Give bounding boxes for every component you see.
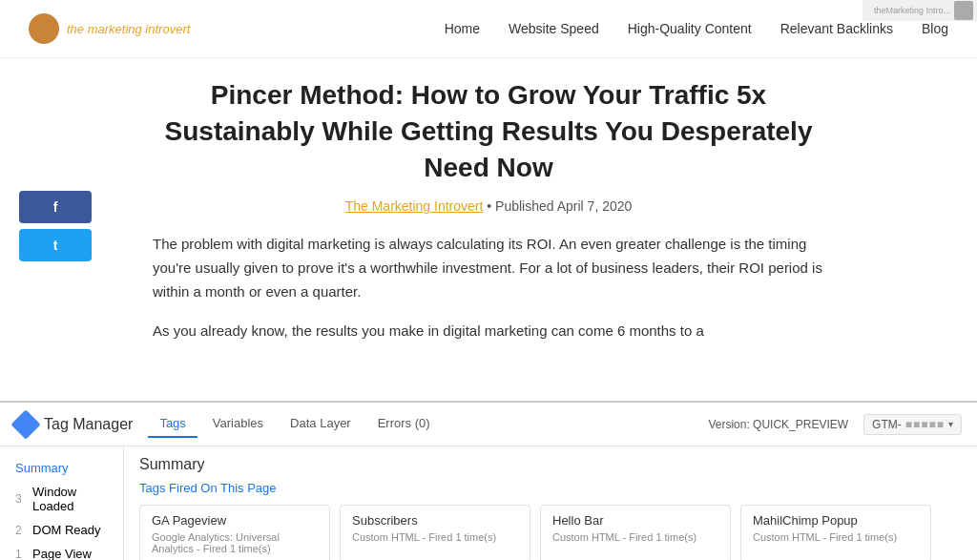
- site-logo: the marketing introvert: [29, 13, 190, 44]
- article-title: Pincer Method: How to Grow Your Traffic …: [153, 77, 824, 185]
- tab-errors[interactable]: Errors (0): [366, 410, 442, 438]
- article-meta: The Marketing Introvert • Published Apri…: [153, 198, 824, 214]
- sidebar-number-3: 3: [15, 492, 25, 506]
- nav-home[interactable]: Home: [445, 21, 480, 36]
- sidebar-label-window-loaded: Window Loaded: [32, 485, 108, 513]
- tag-card-desc-ga: Google Analytics: Universal Analytics - …: [152, 531, 318, 554]
- tab-variables[interactable]: Variables: [201, 410, 275, 438]
- gtm-panel: Tag Manager Tags Variables Data Layer Er…: [0, 401, 977, 560]
- author-link[interactable]: The Marketing Introvert: [345, 198, 484, 214]
- nav-high-quality-content[interactable]: High-Quality Content: [628, 21, 752, 36]
- logo-text: the marketing introvert: [67, 22, 190, 36]
- gtm-logo: Tag Manager: [15, 414, 133, 435]
- facebook-share-button[interactable]: f: [19, 191, 92, 223]
- sidebar-item-window-loaded[interactable]: 3 Window Loaded: [0, 480, 123, 518]
- publish-date: Published April 7, 2020: [495, 198, 632, 214]
- fired-tags-heading: Tags Fired On This Page: [139, 481, 962, 495]
- gtm-version-label: Version: QUICK_PREVIEW: [708, 418, 848, 431]
- sidebar-label-dom-ready: DOM Ready: [32, 523, 101, 537]
- svg-point-0: [37, 18, 51, 31]
- tag-card-name-subscribers: Subscribers: [352, 513, 518, 528]
- tag-card-name-hello-bar: Hello Bar: [552, 513, 718, 528]
- tag-card-hello-bar[interactable]: Hello Bar Custom HTML - Fired 1 time(s): [540, 505, 731, 560]
- sidebar-label-page-view: Page View: [32, 547, 92, 560]
- gtm-tabs: Tags Variables Data Layer Errors (0): [148, 410, 693, 438]
- article-paragraph-1: The problem with digital marketing is al…: [153, 233, 824, 303]
- logo-avatar: [29, 13, 59, 44]
- article-content: Pincer Method: How to Grow Your Traffic …: [0, 58, 977, 377]
- gtm-body: Summary 3 Window Loaded 2 DOM Ready 1 Pa…: [0, 446, 977, 560]
- tab-tags[interactable]: Tags: [148, 410, 197, 438]
- gtm-id-text: GTM-: [872, 418, 902, 431]
- tag-card-desc-hello-bar: Custom HTML - Fired 1 time(s): [552, 531, 718, 543]
- gtm-header: Tag Manager Tags Variables Data Layer Er…: [0, 403, 977, 446]
- tag-card-name-mailchimp: MahilChimp Popup: [753, 513, 919, 528]
- top-right-thumbnail: [954, 1, 973, 20]
- tab-data-layer[interactable]: Data Layer: [279, 410, 363, 438]
- tag-card-name-ga: GA Pageview: [152, 513, 318, 528]
- sidebar-item-dom-ready[interactable]: 2 DOM Ready: [0, 518, 123, 542]
- sidebar-item-page-view[interactable]: 1 Page View: [0, 542, 123, 560]
- gtm-sidebar: Summary 3 Window Loaded 2 DOM Ready 1 Pa…: [0, 446, 124, 560]
- twitter-icon: t: [53, 238, 58, 253]
- tag-card-subscribers[interactable]: Subscribers Custom HTML - Fired 1 time(s…: [340, 505, 530, 560]
- gtm-id-box: GTM- ■■■■■ ▾: [863, 414, 962, 435]
- site-nav: the marketing introvert Home Website Spe…: [0, 0, 977, 58]
- chevron-down-icon[interactable]: ▾: [948, 419, 953, 429]
- social-share-buttons: f t: [19, 191, 92, 261]
- sidebar-summary-label: Summary: [15, 461, 69, 475]
- gtm-diamond-icon: [10, 409, 40, 439]
- gtm-main-content: Summary Tags Fired On This Page GA Pagev…: [124, 446, 977, 560]
- nav-links: Home Website Speed High-Quality Content …: [445, 21, 948, 36]
- meta-separator: •: [483, 198, 495, 214]
- facebook-icon: f: [53, 199, 58, 215]
- tag-card-ga-pageview[interactable]: GA Pageview Google Analytics: Universal …: [139, 505, 330, 560]
- sidebar-item-summary[interactable]: Summary: [0, 456, 123, 480]
- sidebar-number-1: 1: [15, 548, 25, 561]
- top-right-text: theMarketing Intro...: [874, 6, 950, 15]
- tag-card-desc-subscribers: Custom HTML - Fired 1 time(s): [352, 531, 518, 543]
- twitter-share-button[interactable]: t: [19, 229, 92, 261]
- nav-relevant-backlinks[interactable]: Relevant Backlinks: [780, 21, 893, 36]
- nav-blog[interactable]: Blog: [922, 21, 948, 36]
- summary-heading: Summary: [139, 456, 962, 473]
- nav-website-speed[interactable]: Website Speed: [509, 21, 599, 36]
- top-right-overlay: theMarketing Intro...: [863, 0, 977, 21]
- svg-point-1: [34, 31, 53, 42]
- tag-cards-container: GA Pageview Google Analytics: Universal …: [139, 505, 962, 560]
- gtm-id-value: ■■■■■: [905, 418, 945, 431]
- sidebar-number-2: 2: [15, 524, 25, 537]
- tag-card-desc-mailchimp: Custom HTML - Fired 1 time(s): [753, 531, 919, 543]
- article-body: The problem with digital marketing is al…: [153, 233, 824, 342]
- website-preview: theMarketing Intro... the marketing intr…: [0, 0, 977, 401]
- article-paragraph-2: As you already know, the results you mak…: [153, 320, 824, 343]
- gtm-title: Tag Manager: [44, 416, 133, 433]
- tag-card-mailchimp-popup[interactable]: MahilChimp Popup Custom HTML - Fired 1 t…: [740, 505, 931, 560]
